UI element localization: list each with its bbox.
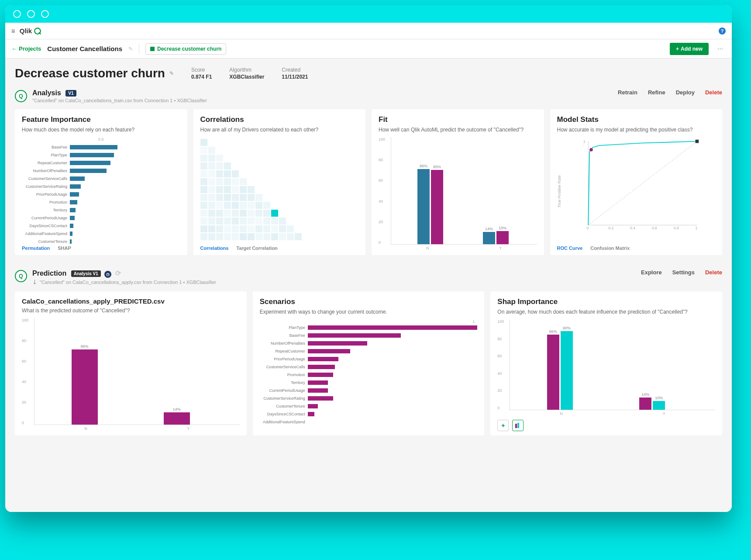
tab-correlations[interactable]: Correlations [200,245,229,251]
add-new-button[interactable]: + Add new [670,43,709,55]
retrain-button[interactable]: Retrain [618,89,637,96]
card-title: Feature Importance [22,115,180,124]
analysis-title: Analysis V1 [32,89,207,97]
topbar: ≡ Qlik ? [5,23,732,39]
tab-roc[interactable]: ROC Curve [557,245,583,251]
page-title-text: Decrease customer churn [15,66,165,80]
explore-button[interactable]: Explore [641,269,662,276]
svg-rect-14 [515,424,517,428]
chart-thumbnail[interactable] [512,420,524,431]
card-fit[interactable]: Fit How well can Qlik AutoML predict the… [372,109,544,255]
thumbnail-row: + [497,420,715,431]
predicted-chart: 100806040200 NY 86%14% [22,318,240,431]
fit-chart: 100806040200 NY 86%85%14%15% [379,137,537,251]
card-title: CalaCo_cancellations_apply_PREDICTED.csv [22,297,240,305]
card-desc: What is the predicted outcome of "Cancel… [22,308,240,314]
version-badge: Analysis V1 [71,270,101,277]
version-badge: V1 [65,90,76,97]
feature-importance-chart: BaseFeePlanTypeRepeatCustomerNumberOfPen… [22,143,180,245]
page-header: Decrease customer churn ✎ Score0.874 F1 … [5,59,732,83]
menu-icon[interactable]: ≡ [11,27,15,35]
window-dot[interactable] [13,10,21,18]
card-predicted[interactable]: CalaCo_cancellations_apply_PREDICTED.csv… [15,291,247,436]
tab-permutation[interactable]: Permutation [22,245,50,251]
more-icon[interactable]: ⋯ [715,44,726,54]
card-title: Shap Importance [497,297,715,306]
app-root: ≡ Qlik ? ← Projects Customer Cancellatio… [5,23,732,512]
card-scenarios[interactable]: Scenarios Experiment with ways to change… [253,291,485,436]
chip-label: Decrease customer churn [157,46,221,52]
tab-confusion[interactable]: Confusion Matrix [590,245,630,251]
breadcrumb-title[interactable]: Customer Cancellations [47,45,122,52]
card-desc: How well can Qlik AutoML predict the out… [379,127,537,133]
scenarios-chart: PlanTypeBaseFeeNumberOfPenaltiesRepeatCu… [260,324,478,426]
svg-rect-6 [695,140,699,143]
card-feature-importance[interactable]: Feature Importance How much does the mod… [15,109,187,255]
card-desc: On average, how much does each feature i… [497,309,715,315]
axis-tick: 0.5 [22,137,180,142]
browser-titlebar [5,5,732,23]
card-title: Model Stats [557,115,716,124]
card-tabs: Permutation SHAP [22,245,180,251]
analysis-actions: Retrain Refine Deploy Delete [618,89,722,96]
clock-icon: ◷ [104,271,111,278]
tab-target-correlation[interactable]: Target Correlation [236,245,278,251]
axis-tick: 1 [260,319,478,324]
delete-button[interactable]: Delete [705,269,722,276]
refine-button[interactable]: Refine [648,89,665,96]
window-dot[interactable] [27,10,35,18]
analysis-icon: Q [15,90,27,102]
svg-text:1: 1 [583,139,585,144]
prediction-actions: Explore Settings Delete [641,269,722,276]
logo-q-icon [34,27,41,35]
svg-point-5 [589,148,593,152]
card-desc: How are all of my Drivers correlated to … [200,127,359,133]
meta-score: Score0.874 F1 [191,67,212,80]
svg-text:1: 1 [695,226,697,230]
svg-text:0: 0 [586,226,589,230]
svg-text:0.6: 0.6 [651,226,657,230]
card-model-stats[interactable]: Model Stats How accurate is my model at … [550,109,723,255]
card-shap[interactable]: Shap Importance On average, how much doe… [490,291,722,436]
add-chart-button[interactable]: + [497,420,509,431]
delete-button[interactable]: Delete [705,89,722,96]
back-to-projects[interactable]: ← Projects [11,45,41,52]
page-title: Decrease customer churn ✎ [15,66,174,80]
svg-line-4 [588,142,697,225]
tab-shap[interactable]: SHAP [58,245,71,251]
subbar: ← Projects Customer Cancellations ✎ Decr… [5,39,732,59]
window-dot[interactable] [41,10,49,18]
analysis-header: Q Analysis V1 "Cancelled" on CalaCo_canc… [5,83,732,106]
prediction-grid: CalaCo_cancellations_apply_PREDICTED.csv… [5,288,732,443]
analysis-subtitle: "Cancelled" on CalaCo_cancellations_trai… [32,98,207,103]
help-icon[interactable]: ? [719,28,726,35]
plus-icon: + [676,46,679,52]
svg-text:0.2: 0.2 [608,226,613,230]
deploy-button[interactable]: Deploy [676,89,695,96]
meta-created: Created11/11/2021 [282,67,308,80]
back-label: Projects [19,45,41,52]
project-chip[interactable]: Decrease customer churn [145,43,226,55]
prediction-icon: Q [15,270,27,282]
prediction-title: Prediction Analysis V1 ◷ ⟳ [32,269,216,278]
svg-text:0.4: 0.4 [630,226,635,230]
download-icon[interactable]: ⤓ [32,279,37,285]
prediction-subtitle: ⤓"Cancelled" on CalaCo_cancellations_app… [32,279,216,285]
settings-button[interactable]: Settings [672,269,695,276]
edit-icon[interactable]: ✎ [128,46,133,52]
correlations-heatmap [200,139,359,240]
logo[interactable]: Qlik [20,27,41,35]
edit-icon[interactable]: ✎ [169,70,174,76]
svg-rect-15 [517,423,519,428]
add-label: Add new [681,46,703,52]
card-desc: How accurate is my model at predicting t… [557,127,716,133]
card-title: Fit [379,115,537,124]
chip-indicator-icon [150,47,155,51]
analysis-grid: Feature Importance How much does the mod… [5,106,732,263]
card-tabs: ROC Curve Confusion Matrix [557,245,716,251]
shap-chart: 100806040200 NY 86%90%14%10% [497,319,715,416]
refresh-icon[interactable]: ⟳ [115,270,121,277]
logo-text: Qlik [20,27,32,35]
card-correlations[interactable]: Correlations How are all of my Drivers c… [193,109,366,255]
card-desc: How much does the model rely on each fea… [22,127,180,133]
